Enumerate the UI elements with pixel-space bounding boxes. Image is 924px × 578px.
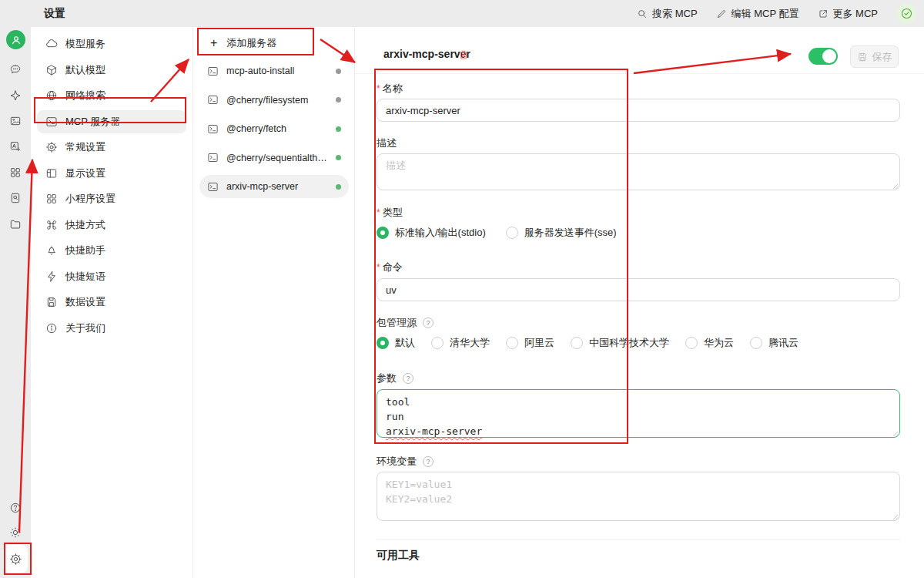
chat-icon[interactable] — [9, 63, 22, 76]
search-icon — [637, 8, 648, 19]
status-dot — [336, 126, 341, 132]
zap-icon — [45, 271, 58, 283]
mcp-server-list: + 添加服务器 mcp-auto-install @cherry/filesys… — [192, 27, 354, 578]
registry-radio-group: 默认 清华大学 阿里云 中国科学技术大学 华为云 腾讯云 — [377, 336, 798, 350]
status-dot — [336, 155, 341, 160]
sidebar-item-mcp-servers[interactable]: MCP 服务器 — [37, 110, 186, 133]
sidebar-item-data-settings[interactable]: 数据设置 — [37, 291, 186, 314]
status-ok-badge — [896, 4, 916, 24]
required-mark: * — [377, 207, 380, 218]
more-mcp-button[interactable]: 更多 MCP — [818, 7, 879, 21]
terminal-icon — [207, 94, 219, 106]
plus-icon: + — [210, 37, 217, 49]
knowledge-search-icon[interactable] — [9, 192, 22, 204]
command-input[interactable] — [377, 278, 900, 301]
radio-checked-icon — [377, 337, 389, 349]
type-option-stdio[interactable]: 标准输入/输出(stdio) — [377, 226, 486, 240]
sidebar-item-label: 网络搜索 — [65, 89, 105, 102]
server-name: @cherry/sequentialthin... — [226, 153, 328, 163]
sidebar-item-about[interactable]: 关于我们 — [37, 317, 186, 340]
registry-option-aliyun[interactable]: 阿里云 — [506, 336, 554, 350]
registry-option-default[interactable]: 默认 — [377, 336, 415, 350]
args-line: arxiv-mcp-server — [386, 424, 891, 439]
settings-sidebar: 模型服务 默认模型 网络搜索 MCP 服务器 常规设置 显示设置 小程序设置 快… — [31, 27, 192, 578]
gear-icon — [9, 553, 22, 566]
env-help-icon[interactable]: ? — [423, 456, 434, 467]
radio-unchecked-icon — [750, 337, 762, 349]
edit-mcp-config-button[interactable]: 编辑 MCP 配置 — [716, 7, 799, 21]
available-tools-title: 可用工具 — [377, 549, 420, 563]
mini-apps-grid-icon — [45, 193, 58, 205]
type-option-sse[interactable]: 服务器发送事件(sse) — [506, 226, 617, 240]
user-avatar[interactable] — [6, 30, 25, 49]
apps-grid-icon[interactable] — [9, 166, 22, 179]
terminal-icon — [207, 181, 219, 193]
save-label: 保存 — [872, 50, 892, 64]
terminal-icon — [207, 123, 219, 135]
type-field-label: *类型 — [377, 206, 403, 220]
server-detail-panel: arxiv-mcp-server 保存 *名称 描述 *类型 标准输入/输出(s… — [354, 27, 924, 578]
server-row-mcp-auto-install[interactable]: mcp-auto-install — [199, 59, 349, 82]
server-name: arxiv-mcp-server — [226, 181, 328, 192]
server-row-cherry-filesystem[interactable]: @cherry/filesystem — [199, 89, 349, 112]
folder-icon[interactable] — [9, 218, 22, 230]
image-icon[interactable] — [9, 115, 22, 127]
sidebar-item-label: 显示设置 — [65, 166, 105, 180]
search-mcp-button[interactable]: 搜索 MCP — [637, 7, 698, 21]
env-field-label: 环境变量 ? — [377, 455, 434, 469]
sidebar-item-label: 快捷短语 — [65, 270, 105, 284]
help-icon[interactable] — [9, 502, 22, 514]
settings-rail-button[interactable] — [3, 545, 28, 573]
sidebar-item-label: 关于我们 — [65, 321, 105, 335]
server-row-cherry-fetch[interactable]: @cherry/fetch — [199, 117, 349, 140]
args-line: run — [386, 409, 891, 424]
radio-unchecked-icon — [685, 337, 698, 349]
sidebar-item-quick-phrases[interactable]: 快捷短语 — [37, 265, 186, 288]
sidebar-item-miniapp-settings[interactable]: 小程序设置 — [37, 187, 186, 210]
more-mcp-label: 更多 MCP — [833, 7, 879, 21]
args-line: tool — [386, 395, 891, 409]
registry-help-icon[interactable]: ? — [423, 318, 434, 328]
args-help-icon[interactable]: ? — [403, 373, 413, 384]
topbar-actions: 搜索 MCP 编辑 MCP 配置 更多 MCP — [637, 4, 916, 24]
terminal-icon — [45, 116, 58, 128]
save-button[interactable]: 保存 — [850, 45, 899, 68]
radio-checked-icon — [377, 227, 389, 239]
delete-server-icon[interactable] — [457, 49, 470, 61]
sidebar-item-label: MCP 服务器 — [65, 115, 120, 129]
status-dot — [336, 184, 341, 190]
save-icon — [857, 52, 868, 62]
sidebar-item-model-services[interactable]: 模型服务 — [37, 32, 186, 55]
registry-option-tencent[interactable]: 腾讯云 — [750, 336, 798, 350]
sidebar-item-label: 快捷助手 — [65, 244, 105, 257]
registry-option-huawei[interactable]: 华为云 — [685, 336, 734, 350]
sidebar-item-shortcuts[interactable]: 快捷方式 — [37, 213, 186, 237]
server-row-arxiv-mcp-server[interactable]: arxiv-mcp-server — [199, 175, 349, 198]
radio-unchecked-icon — [571, 337, 583, 349]
args-field-label: 参数 ? — [377, 371, 413, 385]
radio-unchecked-icon — [506, 227, 518, 239]
server-enabled-toggle[interactable] — [808, 48, 838, 65]
gear-icon — [45, 141, 58, 153]
edit-icon — [716, 8, 727, 19]
registry-option-ustc[interactable]: 中国科学技术大学 — [571, 336, 669, 350]
edit-mcp-config-label: 编辑 MCP 配置 — [732, 7, 799, 21]
search-mcp-label: 搜索 MCP — [652, 7, 698, 21]
sparkle-icon[interactable] — [9, 89, 22, 102]
theme-sun-icon[interactable] — [9, 526, 22, 539]
sidebar-item-quick-assistant[interactable]: 快捷助手 — [37, 239, 186, 262]
name-input[interactable] — [377, 99, 900, 122]
sidebar-item-display-settings[interactable]: 显示设置 — [37, 162, 186, 185]
sidebar-item-web-search[interactable]: 网络搜索 — [37, 84, 186, 107]
env-textarea[interactable] — [377, 472, 900, 521]
server-row-cherry-sequentialthinking[interactable]: @cherry/sequentialthin... — [199, 146, 349, 170]
registry-option-tsinghua[interactable]: 清华大学 — [431, 336, 490, 350]
status-dot — [336, 97, 341, 102]
sidebar-item-general-settings[interactable]: 常规设置 — [37, 136, 186, 159]
add-server-button[interactable]: + 添加服务器 — [203, 32, 345, 55]
description-textarea[interactable] — [377, 153, 900, 190]
command-field-label: *命令 — [377, 260, 403, 274]
sidebar-item-default-model[interactable]: 默认模型 — [37, 59, 186, 82]
args-textarea[interactable]: tool run arxiv-mcp-server — [377, 389, 900, 438]
translate-icon[interactable] — [9, 140, 22, 153]
